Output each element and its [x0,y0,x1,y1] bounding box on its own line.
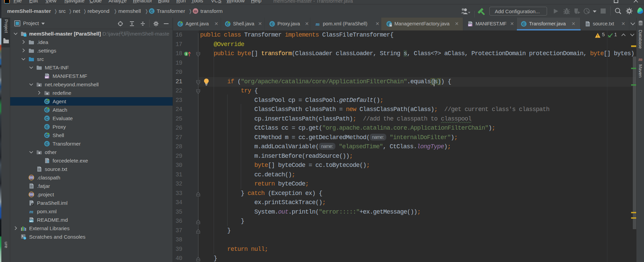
svg-text:I: I [186,52,187,56]
svg-text:C: C [150,9,153,13]
svg-text:m: m [639,57,643,62]
svg-text:m: m [194,9,197,13]
